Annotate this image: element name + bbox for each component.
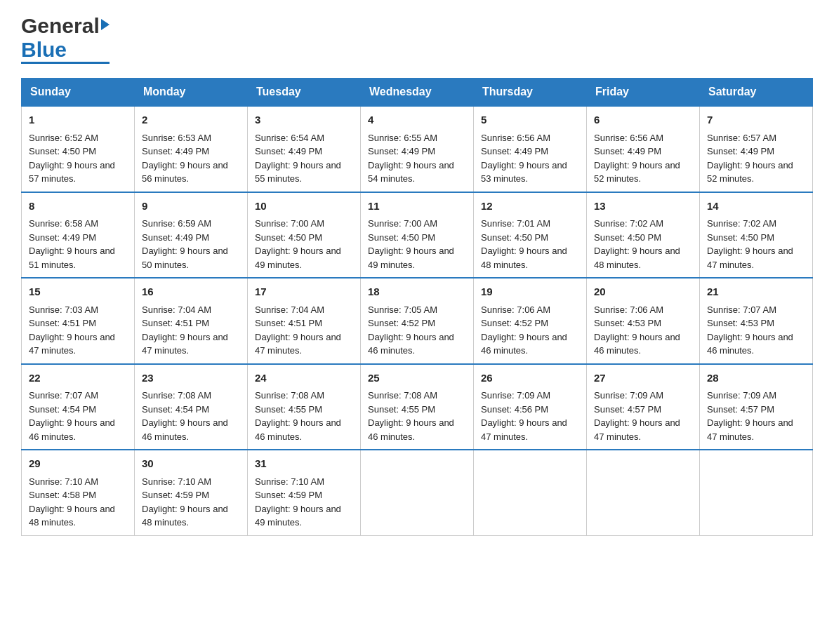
sunset-text: Sunset: 4:52 PM <box>481 318 548 328</box>
calendar-cell: 27Sunrise: 7:09 AMSunset: 4:57 PMDayligh… <box>587 364 700 450</box>
day-number: 10 <box>255 199 353 215</box>
sunrise-text: Sunrise: 7:10 AM <box>142 476 211 487</box>
sunrise-text: Sunrise: 7:08 AM <box>368 390 437 401</box>
calendar-cell: 18Sunrise: 7:05 AMSunset: 4:52 PMDayligh… <box>361 278 474 364</box>
sunrise-text: Sunrise: 7:10 AM <box>29 476 98 487</box>
sunrise-text: Sunrise: 7:03 AM <box>29 304 98 315</box>
day-number: 2 <box>142 112 240 128</box>
sunrise-text: Sunrise: 7:06 AM <box>594 304 663 315</box>
sunset-text: Sunset: 4:49 PM <box>481 146 548 156</box>
sunrise-text: Sunrise: 7:02 AM <box>707 218 776 229</box>
sunrise-text: Sunrise: 6:53 AM <box>142 133 211 143</box>
sunrise-text: Sunrise: 6:55 AM <box>368 133 437 143</box>
sunset-text: Sunset: 4:49 PM <box>142 146 209 156</box>
day-header-sunday: Sunday <box>22 79 135 107</box>
day-number: 19 <box>481 284 579 300</box>
sunset-text: Sunset: 4:54 PM <box>142 404 209 415</box>
sunset-text: Sunset: 4:54 PM <box>29 404 96 415</box>
day-number: 29 <box>29 456 127 472</box>
sunset-text: Sunset: 4:57 PM <box>707 404 774 415</box>
daylight-text: Daylight: 9 hours and 54 minutes. <box>368 160 454 185</box>
calendar-header: SundayMondayTuesdayWednesdayThursdayFrid… <box>22 79 813 107</box>
sunset-text: Sunset: 4:53 PM <box>707 318 774 328</box>
sunrise-text: Sunrise: 6:56 AM <box>481 133 550 143</box>
calendar-cell: 14Sunrise: 7:02 AMSunset: 4:50 PMDayligh… <box>700 192 813 279</box>
daylight-text: Daylight: 9 hours and 56 minutes. <box>142 160 228 185</box>
day-header-wednesday: Wednesday <box>361 79 474 107</box>
day-number: 27 <box>594 370 692 387</box>
calendar-cell: 19Sunrise: 7:06 AMSunset: 4:52 PMDayligh… <box>474 278 587 364</box>
day-number: 21 <box>707 284 805 300</box>
sunrise-text: Sunrise: 6:54 AM <box>255 133 324 143</box>
calendar-cell: 15Sunrise: 7:03 AMSunset: 4:51 PMDayligh… <box>22 278 135 364</box>
sunrise-text: Sunrise: 7:02 AM <box>594 218 663 229</box>
days-of-week-row: SundayMondayTuesdayWednesdayThursdayFrid… <box>22 79 813 107</box>
sunrise-text: Sunrise: 7:09 AM <box>481 390 550 401</box>
calendar-cell: 9Sunrise: 6:59 AMSunset: 4:49 PMDaylight… <box>135 192 248 279</box>
daylight-text: Daylight: 9 hours and 46 minutes. <box>481 332 567 356</box>
sunrise-text: Sunrise: 6:52 AM <box>29 133 98 143</box>
calendar-body: 1Sunrise: 6:52 AMSunset: 4:50 PMDaylight… <box>22 106 813 535</box>
sunrise-text: Sunrise: 7:08 AM <box>255 390 324 401</box>
sunrise-text: Sunrise: 7:10 AM <box>255 476 324 487</box>
calendar-cell: 6Sunrise: 6:56 AMSunset: 4:49 PMDaylight… <box>587 106 700 192</box>
sunset-text: Sunset: 4:52 PM <box>368 318 435 328</box>
day-number: 9 <box>142 199 240 215</box>
sunrise-text: Sunrise: 7:06 AM <box>481 304 550 315</box>
day-number: 26 <box>481 370 579 387</box>
calendar-cell: 24Sunrise: 7:08 AMSunset: 4:55 PMDayligh… <box>248 364 361 450</box>
calendar-cell: 23Sunrise: 7:08 AMSunset: 4:54 PMDayligh… <box>135 364 248 450</box>
day-number: 5 <box>481 112 579 128</box>
calendar-cell: 3Sunrise: 6:54 AMSunset: 4:49 PMDaylight… <box>248 106 361 192</box>
sunset-text: Sunset: 4:50 PM <box>255 232 322 243</box>
calendar-cell: 2Sunrise: 6:53 AMSunset: 4:49 PMDaylight… <box>135 106 248 192</box>
daylight-text: Daylight: 9 hours and 49 minutes. <box>368 246 454 270</box>
calendar-cell <box>700 450 813 535</box>
calendar-cell: 29Sunrise: 7:10 AMSunset: 4:58 PMDayligh… <box>22 450 135 535</box>
calendar-cell: 21Sunrise: 7:07 AMSunset: 4:53 PMDayligh… <box>700 278 813 364</box>
sunrise-text: Sunrise: 7:04 AM <box>255 304 324 315</box>
sunset-text: Sunset: 4:53 PM <box>594 318 661 328</box>
day-number: 17 <box>255 284 353 300</box>
logo-arrow-icon <box>101 19 110 30</box>
sunset-text: Sunset: 4:50 PM <box>368 232 435 243</box>
calendar-cell: 12Sunrise: 7:01 AMSunset: 4:50 PMDayligh… <box>474 192 587 279</box>
calendar-cell: 7Sunrise: 6:57 AMSunset: 4:49 PMDaylight… <box>700 106 813 192</box>
daylight-text: Daylight: 9 hours and 46 minutes. <box>368 332 454 356</box>
sunset-text: Sunset: 4:57 PM <box>594 404 661 415</box>
sunrise-text: Sunrise: 6:56 AM <box>594 133 663 143</box>
day-number: 31 <box>255 456 353 472</box>
day-number: 23 <box>142 370 240 387</box>
week-row-4: 22Sunrise: 7:07 AMSunset: 4:54 PMDayligh… <box>22 364 813 450</box>
daylight-text: Daylight: 9 hours and 46 minutes. <box>142 417 228 442</box>
page-header: General Blue <box>21 14 813 64</box>
calendar-cell: 22Sunrise: 7:07 AMSunset: 4:54 PMDayligh… <box>22 364 135 450</box>
daylight-text: Daylight: 9 hours and 47 minutes. <box>255 332 341 356</box>
daylight-text: Daylight: 9 hours and 48 minutes. <box>29 504 115 528</box>
sunset-text: Sunset: 4:49 PM <box>142 232 209 243</box>
daylight-text: Daylight: 9 hours and 57 minutes. <box>29 160 115 185</box>
logo-blue-text: Blue <box>21 38 67 61</box>
sunset-text: Sunset: 4:49 PM <box>29 232 96 243</box>
sunrise-text: Sunrise: 7:09 AM <box>707 390 776 401</box>
sunrise-text: Sunrise: 7:08 AM <box>142 390 211 401</box>
week-row-5: 29Sunrise: 7:10 AMSunset: 4:58 PMDayligh… <box>22 450 813 535</box>
calendar-cell: 5Sunrise: 6:56 AMSunset: 4:49 PMDaylight… <box>474 106 587 192</box>
day-header-friday: Friday <box>587 79 700 107</box>
sunset-text: Sunset: 4:55 PM <box>368 404 435 415</box>
day-number: 6 <box>594 112 692 128</box>
calendar-cell: 10Sunrise: 7:00 AMSunset: 4:50 PMDayligh… <box>248 192 361 279</box>
daylight-text: Daylight: 9 hours and 55 minutes. <box>255 160 341 185</box>
calendar-cell: 30Sunrise: 7:10 AMSunset: 4:59 PMDayligh… <box>135 450 248 535</box>
sunrise-text: Sunrise: 7:01 AM <box>481 218 550 229</box>
daylight-text: Daylight: 9 hours and 49 minutes. <box>255 504 341 528</box>
sunset-text: Sunset: 4:50 PM <box>481 232 548 243</box>
calendar-table: SundayMondayTuesdayWednesdayThursdayFrid… <box>21 78 813 536</box>
sunrise-text: Sunrise: 6:59 AM <box>142 218 211 229</box>
sunrise-text: Sunrise: 7:00 AM <box>368 218 437 229</box>
daylight-text: Daylight: 9 hours and 49 minutes. <box>255 246 341 270</box>
day-number: 11 <box>368 199 466 215</box>
calendar-cell <box>474 450 587 535</box>
calendar-cell: 8Sunrise: 6:58 AMSunset: 4:49 PMDaylight… <box>22 192 135 279</box>
day-number: 13 <box>594 199 692 215</box>
